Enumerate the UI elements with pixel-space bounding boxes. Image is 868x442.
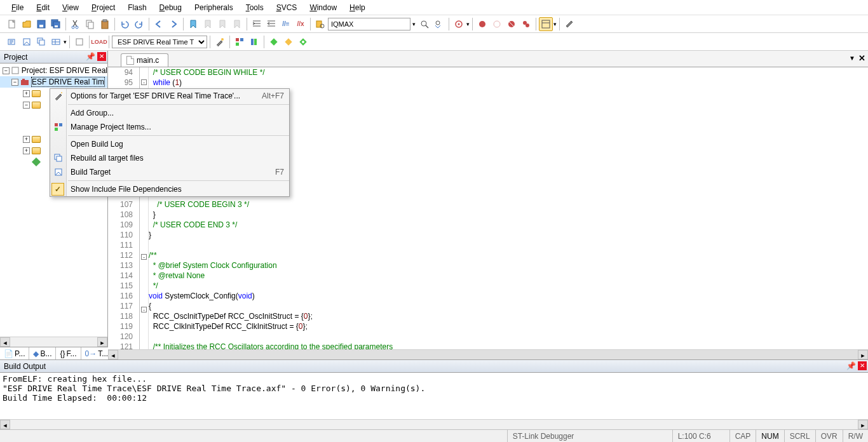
status-debugger: ST-Link Debugger (507, 430, 672, 442)
status-ovr: OVR (815, 430, 843, 442)
close-icon[interactable]: ✕ (858, 361, 867, 370)
tab-project[interactable]: 📄P... (0, 347, 29, 359)
svg-point-42 (302, 41, 304, 43)
tab-dropdown-icon[interactable]: ▼ (849, 55, 855, 62)
ctx-rebuild-all-target-files[interactable]: Rebuild all target files (50, 151, 289, 165)
indent-icon[interactable] (250, 17, 264, 31)
nav-fwd-icon[interactable] (166, 17, 180, 31)
save-all-icon[interactable] (49, 17, 63, 31)
bookmark-next-icon[interactable] (215, 17, 229, 31)
download-icon[interactable]: LOAD (92, 35, 106, 49)
ctx-add-group-[interactable]: Add Group... (50, 106, 289, 120)
pin-icon[interactable]: 📌 (846, 361, 855, 370)
tab-functions[interactable]: {}F... (56, 347, 81, 359)
tab-main-c[interactable]: main.c (121, 53, 168, 67)
svg-point-19 (479, 21, 485, 27)
build-output-text[interactable]: FromELF: creating hex file... "ESF DRIVE… (0, 373, 868, 419)
menu-window[interactable]: Window (303, 1, 343, 14)
svg-point-18 (458, 23, 460, 25)
ctx-build-target[interactable]: Build TargetF7 (50, 165, 289, 179)
undo-icon[interactable] (118, 17, 132, 31)
ctx-show-include-file-dependencies[interactable]: ✓Show Include File Dependencies (50, 182, 289, 196)
bookmark-clear-icon[interactable] (230, 17, 244, 31)
target-options-icon[interactable] (213, 35, 227, 49)
menu-tools[interactable]: Tools (240, 1, 270, 14)
project-panel-title: Project 📌 ✕ (0, 51, 107, 64)
svg-rect-43 (12, 67, 18, 74)
svg-point-14 (421, 21, 426, 26)
check-icon: ✓ (51, 183, 64, 196)
build-icon[interactable] (20, 35, 34, 49)
ctx-open-build-log[interactable]: Open Build Log (50, 137, 289, 151)
configure-icon[interactable] (562, 17, 576, 31)
find-icon[interactable] (417, 17, 431, 31)
project-root[interactable]: Project: ESF DRIVE Real (22, 66, 107, 75)
menu-svcs[interactable]: SVCS (270, 1, 304, 14)
pack-install2-icon[interactable] (281, 35, 295, 49)
find-in-files-icon[interactable] (313, 17, 327, 31)
cut-icon[interactable] (69, 17, 83, 31)
menu-edit[interactable]: Edit (30, 1, 56, 14)
find-next-icon[interactable] (432, 17, 446, 31)
svg-rect-35 (240, 38, 243, 41)
menu-file[interactable]: File (5, 1, 30, 14)
search-input[interactable] (328, 18, 410, 30)
editor-hscroll[interactable]: ◄► (108, 349, 868, 359)
menu-view[interactable]: View (56, 1, 85, 14)
build-hscroll[interactable]: ◄► (0, 419, 868, 429)
paste-icon[interactable] (98, 17, 112, 31)
comment-icon[interactable]: //≡ (279, 17, 293, 31)
svg-point-46 (61, 92, 62, 93)
wand-icon (53, 90, 64, 102)
nav-back-icon[interactable] (152, 17, 166, 31)
new-file-icon[interactable] (5, 17, 19, 31)
svg-rect-12 (316, 21, 322, 27)
bookmark-prev-icon[interactable] (201, 17, 215, 31)
manage-rte-icon[interactable] (296, 35, 310, 49)
stop-build-icon[interactable] (72, 35, 86, 49)
redo-icon[interactable] (132, 17, 146, 31)
window-layout-icon[interactable] (539, 17, 553, 31)
target-select[interactable]: ESF DRIVE Real Time Trac (112, 36, 207, 48)
menu-project[interactable]: Project (85, 1, 121, 14)
menu-help[interactable]: Help (343, 1, 372, 14)
toolbar-main: //≡ //x ▾ ▾ ▾ (0, 15, 868, 33)
books-icon[interactable] (247, 35, 261, 49)
open-icon[interactable] (20, 17, 34, 31)
outdent-icon[interactable] (264, 17, 278, 31)
breakpoint-kill-icon[interactable] (505, 17, 519, 31)
tab-close-icon[interactable]: ✕ (858, 53, 865, 63)
ctx-manage-project-items-[interactable]: Manage Project Items... (50, 120, 289, 134)
close-icon[interactable]: ✕ (97, 52, 106, 61)
bookmark-toggle-icon[interactable] (186, 17, 200, 31)
svg-rect-10 (102, 21, 108, 29)
pin-icon[interactable]: 📌 (86, 52, 95, 61)
boxes-icon (53, 121, 64, 133)
svg-rect-51 (57, 156, 62, 161)
rebuild-icon[interactable] (34, 35, 48, 49)
menu-debug[interactable]: Debug (153, 1, 188, 14)
uncomment-icon[interactable]: //x (294, 17, 308, 31)
breakpoint-disable-icon[interactable] (490, 17, 504, 31)
manage-items-icon[interactable] (233, 35, 247, 49)
pack-install-icon[interactable] (267, 35, 281, 49)
menu-flash[interactable]: Flash (121, 1, 153, 14)
status-bar: ST-Link Debugger L:100 C:6 CAP NUM SCRL … (0, 429, 868, 442)
menu-peripherals[interactable]: Peripherals (188, 1, 240, 14)
save-icon[interactable] (34, 17, 48, 31)
project-hscroll[interactable]: ◄► (0, 337, 107, 347)
rebuild-icon (53, 152, 64, 164)
translate-icon[interactable] (5, 35, 19, 49)
breakpoint-insert-icon[interactable] (475, 17, 489, 31)
copy-icon[interactable] (83, 17, 97, 31)
ctx-options-for-target-esf-drive-r[interactable]: Options for Target 'ESF DRIVE Real Time … (50, 89, 289, 103)
debug-icon[interactable] (452, 17, 466, 31)
svg-rect-49 (55, 128, 58, 131)
svg-rect-36 (236, 43, 239, 46)
file-icon (126, 56, 134, 65)
svg-rect-32 (76, 39, 83, 45)
tab-books[interactable]: ◆B... (29, 347, 56, 359)
project-target[interactable]: ESF DRIVE Real Tim (31, 77, 105, 87)
batch-build-icon[interactable] (49, 35, 63, 49)
breakpoint-killall-icon[interactable] (519, 17, 533, 31)
